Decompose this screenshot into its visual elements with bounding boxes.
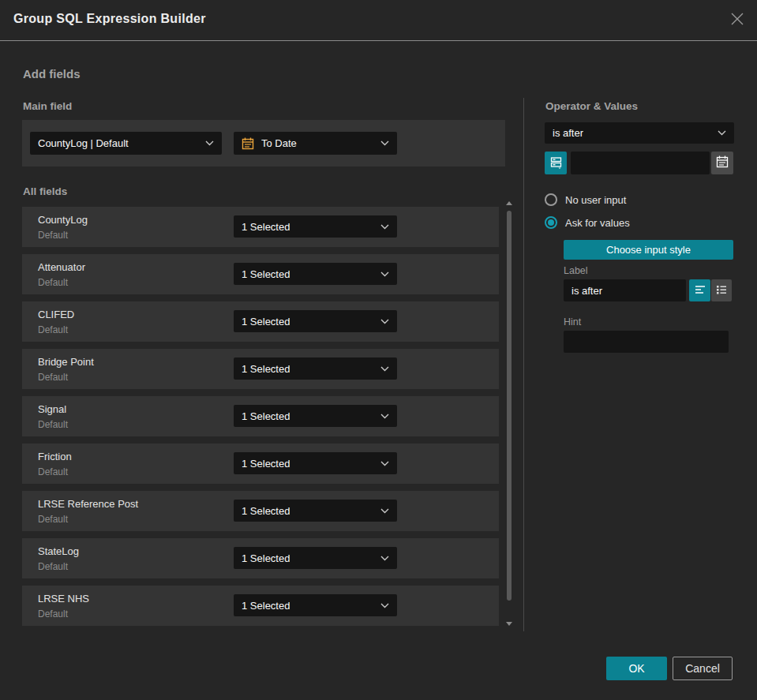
main-field-heading: Main field [23,100,72,112]
stacked-values-icon [549,155,563,171]
field-selected-value: 1 Selected [242,600,290,612]
group-sql-expression-builder-dialog: Group SQL Expression Builder Add fields … [0,0,757,700]
main-field-type-select[interactable]: To Date [234,132,397,155]
main-field-select-value: CountyLog | Default [38,137,129,149]
scroll-down-icon[interactable] [506,622,512,626]
multi-value-button[interactable] [545,152,567,174]
field-selected-dropdown[interactable]: 1 Selected [234,594,397,616]
field-name: LRSE NHS [38,593,89,605]
field-sublabel: Default [38,324,68,335]
field-selected-value: 1 Selected [242,268,290,280]
chevron-down-icon [380,319,389,324]
operator-select-value: is after [553,127,583,139]
panel-divider [523,98,524,631]
field-sublabel: Default [38,608,68,620]
field-selected-value: 1 Selected [242,505,290,517]
date-picker-button[interactable] [711,152,733,174]
field-name: CLIFED [38,309,74,320]
field-selected-dropdown[interactable]: 1 Selected [234,500,397,522]
field-selected-value: 1 Selected [242,458,290,470]
field-row: StateLog Default 1 Selected [22,538,499,578]
field-row: Attenuator Default 1 Selected [22,254,499,294]
radio-ask-for-values[interactable]: Ask for values [545,216,630,229]
all-fields-heading: All fields [23,185,67,197]
field-name: Friction [38,451,72,462]
label-caption: Label [564,265,588,276]
field-sublabel: Default [38,466,68,477]
main-field-panel: CountyLog | Default To Date [22,120,505,167]
field-row: CountyLog Default 1 Selected [22,207,499,247]
close-button[interactable] [729,13,745,28]
hint-input[interactable] [564,331,729,353]
field-selected-dropdown[interactable]: 1 Selected [234,310,397,332]
cancel-button[interactable]: Cancel [673,657,733,680]
date-calendar-icon [242,137,254,150]
radio-no-user-input[interactable]: No user input [545,193,626,206]
scroll-up-icon[interactable] [506,201,512,205]
field-sublabel: Default [38,372,68,383]
list-style-button[interactable] [711,279,732,301]
chevron-down-icon [380,224,389,230]
radio-selected-icon [545,216,557,229]
field-name: StateLog [38,545,79,557]
chevron-down-icon [380,140,389,146]
field-sublabel: Default [38,514,68,525]
close-icon [730,12,744,29]
field-row: Signal Default 1 Selected [22,396,499,436]
field-name: Bridge Point [38,356,94,368]
radio-label: No user input [565,194,626,206]
radio-unselected-icon [545,193,557,206]
dialog-title: Group SQL Expression Builder [13,12,206,26]
field-selected-value: 1 Selected [242,410,290,422]
field-name: CountyLog [38,214,88,226]
operator-values-heading: Operator & Values [545,100,638,112]
hint-caption: Hint [564,316,581,328]
chevron-down-icon [205,140,214,146]
main-field-select[interactable]: CountyLog | Default [30,132,222,155]
radio-label: Ask for values [565,217,630,229]
operator-select[interactable]: is after [545,122,734,144]
field-row: Friction Default 1 Selected [22,444,499,484]
field-row: Bridge Point Default 1 Selected [22,349,499,389]
field-selected-dropdown[interactable]: 1 Selected [234,405,397,427]
add-fields-heading: Add fields [23,67,81,80]
chevron-down-icon [380,556,389,561]
chevron-down-icon [380,271,389,277]
field-name: Signal [38,403,66,415]
single-line-style-button[interactable] [689,279,710,301]
chevron-down-icon [380,366,389,372]
list-icon [715,284,728,298]
list-scrollbar[interactable] [506,201,513,631]
label-input[interactable] [564,279,686,301]
main-field-type-value: To Date [261,137,297,149]
field-selected-dropdown[interactable]: 1 Selected [234,215,397,238]
field-sublabel: Default [38,277,68,288]
dialog-header: Group SQL Expression Builder [0,0,757,41]
field-name: Attenuator [38,261,85,273]
scrollbar-thumb[interactable] [507,211,512,601]
value-input[interactable] [571,152,710,174]
field-row: LRSE Reference Post Default 1 Selected [22,491,499,531]
chevron-down-icon [380,508,389,514]
field-selected-value: 1 Selected [242,316,290,328]
all-fields-list: CountyLog Default 1 Selected Attenuator … [22,207,499,633]
align-left-icon [694,284,706,298]
field-selected-dropdown[interactable]: 1 Selected [234,263,397,285]
field-selected-value: 1 Selected [242,552,290,564]
chevron-down-icon [718,130,726,136]
ok-button[interactable]: OK [606,657,667,680]
field-selected-dropdown[interactable]: 1 Selected [234,452,397,474]
field-selected-value: 1 Selected [242,221,290,233]
field-selected-dropdown[interactable]: 1 Selected [234,547,397,569]
choose-input-style-button[interactable]: Choose input style [564,240,733,260]
calendar-icon [716,155,729,170]
chevron-down-icon [380,603,389,608]
field-selected-dropdown[interactable]: 1 Selected [234,357,397,380]
chevron-down-icon [380,414,389,419]
field-sublabel: Default [38,230,68,241]
field-selected-value: 1 Selected [242,363,290,375]
field-sublabel: Default [38,561,68,572]
field-name: LRSE Reference Post [38,498,138,510]
field-row: CLIFED Default 1 Selected [22,301,499,342]
field-row: LRSE NHS Default 1 Selected [22,586,499,626]
